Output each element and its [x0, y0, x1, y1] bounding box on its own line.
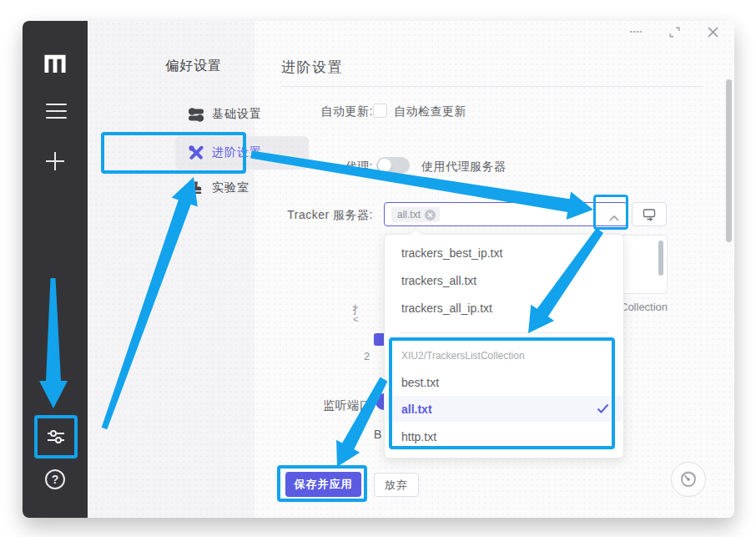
- textarea-scrollbar[interactable]: [658, 241, 663, 276]
- tracker-tag: all.txt: [391, 207, 440, 222]
- auto-update-checkbox[interactable]: [373, 104, 387, 118]
- preferences-window: ? 偏好设置 基础设置 进阶设置: [23, 21, 734, 518]
- toggles-icon: [189, 107, 204, 122]
- motrix-logo-icon: [43, 51, 68, 74]
- page-title: 进阶设置: [281, 58, 343, 77]
- tracker-tag-text: all.txt: [397, 209, 421, 220]
- listen-port-label: 监听端口: [238, 398, 371, 413]
- dropdown-separator: [400, 332, 608, 333]
- help-icon[interactable]: ?: [45, 469, 65, 489]
- proxy-toggle[interactable]: [376, 157, 410, 174]
- auto-update-checkbox-label[interactable]: 自动检查更新: [394, 104, 466, 119]
- occluded-text-fragment: B: [374, 428, 381, 441]
- selected-check-icon: [597, 402, 609, 412]
- minimize-button[interactable]: [628, 26, 643, 38]
- dropdown-option[interactable]: trackers_all_ip.txt: [386, 295, 622, 321]
- collapse-caret-icon[interactable]: [608, 210, 620, 218]
- discard-button[interactable]: 放弃: [374, 473, 419, 497]
- dropdown-option[interactable]: best.txt: [386, 369, 622, 395]
- task-list-icon[interactable]: [45, 104, 67, 119]
- main-scrollbar-thumb[interactable]: [726, 79, 732, 242]
- refresh-trackers-button[interactable]: [632, 202, 667, 226]
- add-task-icon[interactable]: [44, 150, 66, 172]
- tag-remove-icon[interactable]: [425, 210, 436, 220]
- tools-icon: [189, 145, 204, 160]
- tracker-source-input[interactable]: all.txt: [384, 202, 627, 226]
- dropdown-option[interactable]: http.txt: [386, 423, 622, 449]
- occluded-text-fragment: 2: [364, 350, 370, 362]
- maximize-button[interactable]: [667, 24, 682, 39]
- tracker-server-label: Tracker 服务器:: [239, 208, 373, 223]
- save-apply-button[interactable]: 保存并应用: [285, 472, 361, 497]
- sidebar-item-label: 实验室: [212, 180, 249, 195]
- stamp-icon: [189, 180, 204, 195]
- proxy-label: 代理:: [239, 160, 373, 175]
- dropdown-option[interactable]: trackers_best_ip.txt: [386, 240, 622, 266]
- title-divider: [281, 86, 703, 87]
- preferences-sliders-icon[interactable]: [46, 427, 66, 447]
- collection-link-fragment: Collection: [620, 301, 668, 313]
- dropdown-option-selected[interactable]: all.txt: [386, 396, 622, 422]
- prefs-sidebar: 偏好设置 基础设置 进阶设置: [88, 21, 255, 518]
- dropdown-group-label: XIU2/TrackersListCollection: [401, 350, 525, 362]
- tracker-source-dropdown: trackers_best_ip.txt trackers_all.txt tr…: [384, 234, 624, 458]
- dropdown-option[interactable]: trackers_all.txt: [386, 267, 622, 293]
- close-button[interactable]: [704, 23, 721, 40]
- auto-update-label: 自动更新:: [239, 104, 373, 119]
- toggle-knob: [378, 159, 391, 172]
- speed-gauge-button[interactable]: [671, 462, 706, 497]
- proxy-toggle-label: 使用代理服务器: [421, 160, 507, 175]
- occluded-text-fragment: <: [353, 314, 358, 324]
- prefs-title: 偏好设置: [165, 58, 222, 75]
- nav-rail: ?: [23, 21, 88, 518]
